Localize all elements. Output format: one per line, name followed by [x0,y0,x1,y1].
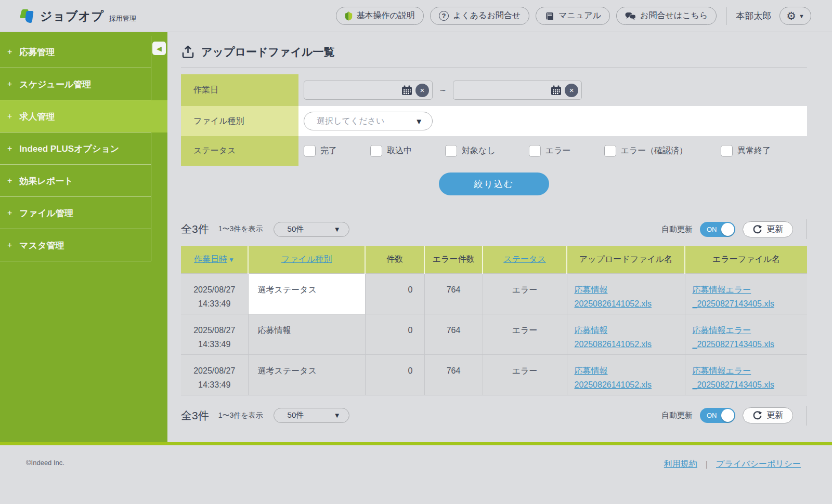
table-row: 2025/08/2714:33:49 選考ステータス 0 764 エラー 応募情… [181,273,807,314]
error-file-link[interactable]: 応募情報エラー [693,283,808,297]
error-file-link[interactable]: _20250827143405.xls [693,297,808,311]
work-date-from-input[interactable]: × [304,81,433,100]
sidebar-nav: + 応募管理 + スケジュール管理 + 求人管理 + Indeed PLUSオプ… [0,32,167,261]
status-checkbox-kanryo[interactable]: 完了 [304,145,337,157]
contact-button[interactable]: お問合せはこちら [616,7,717,25]
manual-button[interactable]: マニュアル [536,7,610,25]
refresh-button[interactable]: 更新 [743,407,793,423]
checkbox-icon[interactable] [370,145,382,157]
error-file-link[interactable]: 応募情報エラー [693,323,808,337]
sidebar-item-kouka-report[interactable]: + 効果レポート [0,165,167,197]
date-range-separator: ~ [440,85,446,96]
status-checkbox-error[interactable]: エラー [529,145,571,157]
sidebar-item-file-kanri[interactable]: + ファイル管理 [0,197,167,229]
logo-subtitle: 採用管理 [109,15,136,23]
refresh-icon [752,410,762,420]
sidebar-item-indeed-plus-option[interactable]: + Indeed PLUSオプション [0,132,167,165]
col-file-type[interactable]: ファイル種別 [248,246,365,273]
footer: ©Indeed Inc. 利用規約 | プライバシーポリシー [0,445,832,504]
cell-file-type: 選考ステータス [248,354,365,395]
sidebar-item-label: スケジュール管理 [19,78,91,90]
checkbox-icon[interactable] [604,145,616,157]
expand-plus-icon: + [7,112,12,121]
col-upload-file-name: アップロードファイル名 [567,246,685,273]
clear-date-icon[interactable]: × [415,84,429,97]
auto-refresh-toggle[interactable]: ON [700,408,735,423]
clear-date-icon[interactable]: × [565,84,578,97]
status-checkbox-taisho-nashi[interactable]: 対象なし [445,145,496,157]
sidebar-item-master-kanri[interactable]: + マスタ管理 [0,229,167,261]
filter-submit-button[interactable]: 絞り込む [439,173,549,195]
filter-panel: 作業日 [181,74,807,166]
error-file-link[interactable]: _20250827143405.xls [693,378,808,392]
sidebar: ◀ + 応募管理 + スケジュール管理 + 求人管理 + Indeed PLUS… [0,32,167,442]
status-checkbox-torikomichu[interactable]: 取込中 [370,145,412,157]
auto-refresh-toggle[interactable]: ON [700,222,735,237]
status-checkbox-ijo-shuryo[interactable]: 異常終了 [721,145,771,157]
top-header: ジョブオプ 採用管理 基本操作の説明 ? よくあるお問合せ [0,0,832,32]
cell-error-file: 応募情報エラー _20250827143405.xls [685,273,807,314]
file-type-select[interactable]: 選択してください ▼ [304,112,433,130]
page-title-row: アップロードファイル一覧 [181,45,807,59]
sidebar-item-kyujin-kanri[interactable]: + 求人管理 [0,100,167,132]
question-icon: ? [439,11,449,21]
upload-file-link[interactable]: 応募情報 [575,364,685,378]
refresh-button[interactable]: 更新 [743,221,793,237]
col-work-datetime[interactable]: 作業日時▼ [181,246,248,273]
sidebar-item-oubo-kanri[interactable]: + 応募管理 [0,36,167,68]
cell-error-count: 764 [424,314,483,354]
col-status[interactable]: ステータス [483,246,567,273]
upload-icon [181,45,195,59]
upload-file-link[interactable]: 20250826141052.xls [575,297,685,311]
checkbox-icon[interactable] [721,145,733,157]
auto-refresh-label: 自動更新 [661,224,693,234]
cell-upload-file: 応募情報 20250826141052.xls [567,273,685,314]
settings-menu-button[interactable]: ⚙ ▼ [779,7,811,25]
cell-status: エラー [483,354,567,395]
status-checkbox-error-confirmed[interactable]: エラー（確認済） [604,145,688,157]
privacy-policy-link[interactable]: プライバシーポリシー [716,459,801,470]
sidebar-item-schedule-kanri[interactable]: + スケジュール管理 [0,68,167,100]
chevron-down-icon: ▼ [415,117,423,126]
upload-file-link[interactable]: 応募情報 [575,323,685,337]
chevron-down-icon: ▼ [334,226,341,233]
basic-guide-button[interactable]: 基本操作の説明 [336,7,424,25]
file-type-label: ファイル種別 [181,106,298,136]
sidebar-item-label: 効果レポート [19,175,73,187]
footer-links: 利用規約 | プライバシーポリシー [664,459,801,470]
main-wrap: ◀ + 応募管理 + スケジュール管理 + 求人管理 + Indeed PLUS… [0,32,832,442]
header-actions: 基本操作の説明 ? よくあるお問合せ マニュアル [336,7,811,25]
refresh-icon [752,224,762,234]
sidebar-collapse-button[interactable]: ◀ [152,42,166,55]
terms-link[interactable]: 利用規約 [664,459,697,470]
upload-file-link[interactable]: 20250826141052.xls [575,337,685,351]
collapse-left-icon: ◀ [157,45,162,52]
error-file-link[interactable]: _20250827143405.xls [693,337,808,351]
chat-icon [625,12,636,20]
title-divider [181,67,807,68]
list-controls-bottom: 全3件 1〜3件を表示 50件 ▼ 自動更新 ON [181,406,807,426]
upload-file-link[interactable]: 20250826141052.xls [575,378,685,392]
sidebar-item-label: 応募管理 [19,46,55,58]
calendar-icon[interactable] [401,85,412,96]
checkbox-icon[interactable] [529,145,541,157]
checkbox-icon[interactable] [304,145,316,157]
calendar-icon[interactable] [551,85,562,96]
checkbox-icon[interactable] [445,145,457,157]
basic-guide-label: 基本操作の説明 [357,10,415,21]
faq-button[interactable]: ? よくあるお問合せ [430,7,529,25]
cell-count: 0 [365,354,424,395]
error-file-link[interactable]: 応募情報エラー [693,364,808,378]
total-count: 全3件 [181,408,209,423]
table-row: 2025/08/2714:33:49 応募情報 0 764 エラー 応募情報 2… [181,314,807,354]
copyright: ©Indeed Inc. [26,459,64,467]
page-size-select[interactable]: 50件 ▼ [274,408,349,423]
cell-count: 0 [365,273,424,314]
work-date-to-input[interactable]: × [453,81,582,100]
logo-icon [21,8,35,23]
upload-file-link[interactable]: 応募情報 [575,283,685,297]
app-root: ジョブオプ 採用管理 基本操作の説明 ? よくあるお問合せ [0,0,832,504]
page-size-select[interactable]: 50件 ▼ [274,222,349,237]
cell-status: エラー [483,314,567,354]
sidebar-item-label: ファイル管理 [19,207,73,219]
